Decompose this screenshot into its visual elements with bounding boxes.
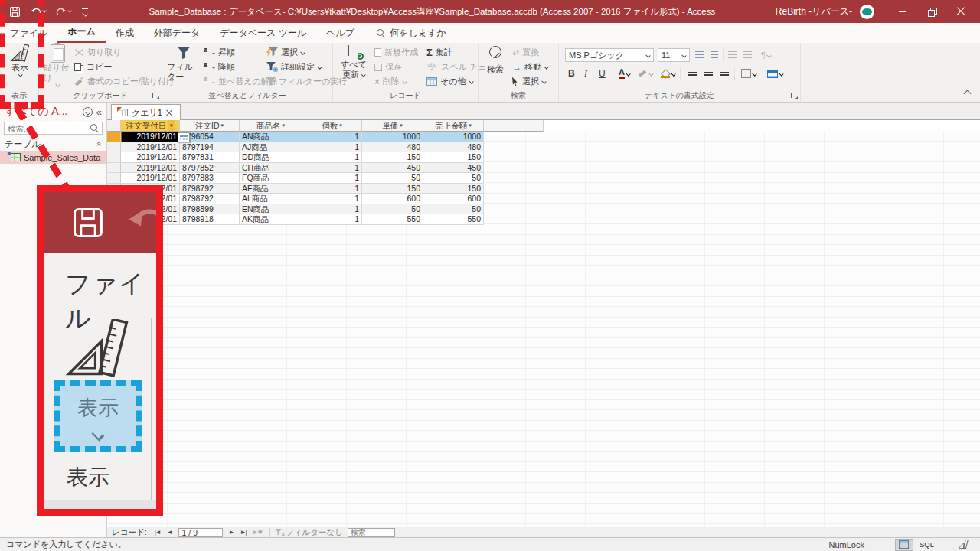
nav-pane-title[interactable]: すべての A... — [5, 105, 83, 119]
table-cell[interactable]: AK商品 — [240, 214, 302, 225]
table-cell[interactable]: 50 — [423, 204, 484, 215]
query-tab[interactable]: クエリ1 — [111, 104, 181, 120]
select-button[interactable]: 選択 — [512, 74, 548, 89]
column-filter-dropdown-icon[interactable]: ▾ — [469, 120, 472, 131]
table-cell[interactable]: 1 — [302, 204, 362, 215]
column-header[interactable]: 注文ID▾ — [180, 120, 240, 132]
datasheet-view-button[interactable] — [895, 539, 913, 551]
row-selector[interactable] — [107, 142, 121, 153]
table-cell[interactable]: 450 — [423, 163, 484, 174]
undo-icon[interactable] — [31, 7, 46, 17]
redo-icon[interactable] — [56, 7, 71, 17]
cut-button[interactable]: 切り取り — [74, 45, 175, 60]
filter-button[interactable]: フィルター — [167, 44, 201, 82]
highlight-button[interactable] — [638, 67, 653, 80]
align-left-button[interactable] — [688, 67, 697, 80]
row-selector[interactable] — [107, 152, 121, 163]
table-cell[interactable]: 1000 — [362, 132, 423, 142]
restore-button[interactable] — [917, 0, 946, 23]
record-search-input[interactable] — [348, 528, 394, 536]
table-cell[interactable]: 1 — [302, 214, 362, 225]
row-selector[interactable] — [107, 173, 121, 184]
qat-customize-icon[interactable] — [81, 8, 89, 15]
column-filter-dropdown-icon[interactable]: ▾ — [282, 120, 285, 131]
column-header[interactable]: 商品名▾ — [240, 120, 302, 132]
table-cell[interactable]: DD商品 — [240, 152, 302, 163]
next-record-button[interactable]: ► — [229, 529, 234, 536]
text-format-dialog-launcher-icon[interactable] — [791, 93, 798, 99]
align-center-button[interactable] — [704, 67, 713, 80]
table-cell[interactable]: 1 — [302, 194, 362, 204]
table-cell[interactable]: 1000 — [423, 132, 484, 142]
table-cell[interactable]: 2019/12/01 — [121, 142, 180, 153]
nav-menu-dropdown-icon[interactable] — [83, 107, 93, 117]
last-record-button[interactable]: ►| — [240, 529, 247, 536]
table-cell[interactable]: 150 — [362, 184, 423, 194]
increase-indent-button[interactable] — [743, 48, 752, 62]
table-cell[interactable]: 8797831 — [180, 152, 240, 163]
align-right-button[interactable] — [720, 67, 729, 80]
table-cell[interactable]: 600 — [423, 194, 484, 204]
nav-shutter-icon[interactable]: « — [96, 107, 102, 117]
table-cell[interactable]: 8797852 — [180, 163, 240, 174]
column-filter-dropdown-icon[interactable]: ▾ — [168, 120, 175, 131]
clipboard-dialog-launcher-icon[interactable] — [152, 93, 159, 99]
table-cell[interactable]: 1 — [302, 152, 362, 163]
table-cell[interactable]: 1 — [302, 132, 362, 142]
format-painter-button[interactable]: 書式のコピー/貼り付け — [74, 74, 175, 89]
table-cell[interactable]: AL商品 — [240, 194, 302, 204]
goto-button[interactable]: →移動 — [512, 60, 548, 74]
find-button[interactable]: 検索 — [484, 44, 507, 75]
underline-button[interactable]: U — [599, 67, 606, 80]
table-cell[interactable]: 2019/12/01 — [121, 132, 180, 142]
record-search-box[interactable] — [348, 528, 395, 537]
table-cell[interactable]: 600 — [362, 194, 423, 204]
table-cell[interactable]: 1 — [302, 173, 362, 184]
table-cell[interactable]: 480 — [362, 142, 423, 153]
tab-external-data[interactable]: 外部データ — [144, 23, 211, 43]
table-cell[interactable]: CH商品 — [240, 163, 302, 174]
table-cell[interactable]: 8797883 — [180, 173, 240, 184]
record-position-box[interactable]: 1 / 9 — [178, 528, 223, 537]
table-cell[interactable]: AN商品 — [240, 132, 302, 142]
close-button[interactable] — [946, 0, 975, 23]
first-record-button[interactable]: |◄ — [155, 529, 161, 536]
bold-button[interactable]: B — [568, 67, 575, 80]
replace-button[interactable]: ⇄置換 — [512, 45, 548, 60]
font-color-button[interactable]: A — [619, 67, 630, 80]
table-cell[interactable]: 550 — [362, 214, 423, 225]
table-cell[interactable]: EN商品 — [240, 204, 302, 215]
table-cell[interactable]: 550 — [423, 214, 484, 225]
table-cell[interactable]: 450 — [362, 163, 423, 174]
paste-button[interactable]: 貼り付け — [44, 44, 71, 86]
tab-home[interactable]: ホーム — [57, 23, 106, 43]
column-filter-dropdown-icon[interactable]: ▾ — [220, 120, 224, 131]
table-cell[interactable]: 8798918 — [180, 214, 240, 225]
design-view-button[interactable] — [954, 539, 972, 551]
nav-search-input[interactable] — [5, 124, 90, 133]
font-size-select[interactable]: 11 — [658, 48, 690, 62]
table-cell[interactable]: 8798792 — [180, 184, 240, 194]
table-cell[interactable]: 150 — [362, 152, 423, 163]
table-cell[interactable]: 1 — [302, 142, 362, 153]
table-cell[interactable]: 50 — [362, 204, 423, 215]
italic-button[interactable]: I — [584, 67, 587, 80]
alternate-row-color-button[interactable] — [767, 67, 783, 80]
font-select[interactable]: MS Pゴシック — [565, 48, 654, 62]
tab-close-icon[interactable] — [166, 109, 173, 116]
table-cell[interactable]: 1 — [302, 163, 362, 174]
table-cell[interactable]: AJ商品 — [240, 142, 302, 153]
fill-color-button[interactable] — [661, 67, 675, 80]
collapse-group-icon[interactable]: « — [95, 142, 104, 146]
table-cell[interactable]: AF商品 — [240, 184, 302, 194]
numbering-button[interactable] — [709, 48, 718, 62]
table-cell[interactable]: 2019/12/01 — [121, 173, 180, 184]
row-selector[interactable] — [107, 132, 121, 142]
tab-create[interactable]: 作成 — [106, 23, 144, 43]
table-cell[interactable]: 150 — [423, 152, 484, 163]
table-cell[interactable]: 480 — [423, 142, 484, 153]
paragraph-marks-button[interactable]: ¶ — [761, 48, 771, 62]
tab-file[interactable]: ファイル — [0, 23, 57, 43]
collapse-ribbon-icon[interactable] — [965, 90, 971, 96]
save-record-button[interactable]: 保存 — [374, 60, 418, 74]
